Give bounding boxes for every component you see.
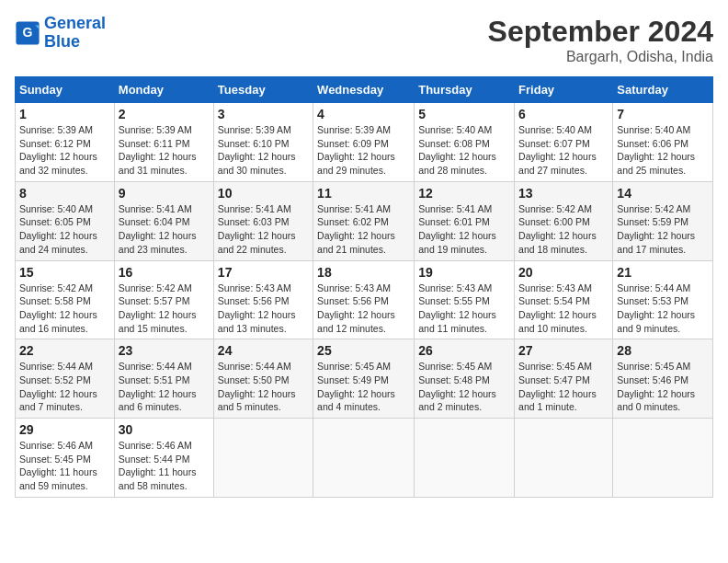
empty-day-cell: [415, 419, 515, 498]
calendar-day-cell: 18Sunrise: 5:43 AM Sunset: 5:56 PM Dayli…: [313, 260, 415, 339]
day-info: Sunrise: 5:42 AM Sunset: 5:59 PM Dayligh…: [617, 202, 709, 257]
calendar-day-cell: 12Sunrise: 5:41 AM Sunset: 6:01 PM Dayli…: [415, 181, 515, 260]
day-info: Sunrise: 5:39 AM Sunset: 6:09 PM Dayligh…: [317, 123, 410, 178]
calendar-day-cell: 2Sunrise: 5:39 AM Sunset: 6:11 PM Daylig…: [114, 103, 213, 182]
calendar-day-cell: 19Sunrise: 5:43 AM Sunset: 5:55 PM Dayli…: [415, 260, 515, 339]
day-number: 5: [418, 107, 510, 121]
day-number: 16: [119, 265, 210, 280]
day-number: 15: [19, 265, 110, 280]
day-info: Sunrise: 5:45 AM Sunset: 5:49 PM Dayligh…: [317, 360, 410, 414]
day-number: 11: [317, 186, 410, 201]
day-number: 17: [218, 265, 309, 280]
calendar-day-cell: 14Sunrise: 5:42 AM Sunset: 5:59 PM Dayli…: [613, 181, 713, 260]
day-info: Sunrise: 5:41 AM Sunset: 6:03 PM Dayligh…: [218, 202, 309, 257]
day-info: Sunrise: 5:42 AM Sunset: 5:58 PM Dayligh…: [19, 282, 110, 336]
calendar-week-row: 29Sunrise: 5:46 AM Sunset: 5:45 PM Dayli…: [16, 419, 713, 498]
day-number: 7: [617, 107, 709, 121]
svg-text:G: G: [23, 25, 33, 40]
day-number: 23: [119, 343, 210, 358]
day-of-week-header: Sunday: [16, 77, 115, 103]
day-number: 18: [317, 265, 410, 280]
logo-line1: General: [44, 14, 106, 32]
calendar-week-row: 22Sunrise: 5:44 AM Sunset: 5:52 PM Dayli…: [16, 339, 713, 419]
calendar-day-cell: 16Sunrise: 5:42 AM Sunset: 5:57 PM Dayli…: [114, 260, 213, 339]
header-row: SundayMondayTuesdayWednesdayThursdayFrid…: [16, 77, 713, 103]
day-of-week-header: Thursday: [415, 77, 515, 103]
day-number: 8: [19, 186, 110, 201]
calendar-day-cell: 10Sunrise: 5:41 AM Sunset: 6:03 PM Dayli…: [213, 181, 313, 260]
day-info: Sunrise: 5:46 AM Sunset: 5:45 PM Dayligh…: [19, 439, 110, 493]
calendar-day-cell: 29Sunrise: 5:46 AM Sunset: 5:45 PM Dayli…: [16, 419, 115, 498]
month-title: September 2024: [488, 15, 713, 49]
logo-text: General Blue: [44, 15, 106, 52]
day-of-week-header: Saturday: [613, 77, 713, 103]
day-number: 14: [617, 186, 709, 201]
day-number: 22: [19, 343, 110, 358]
logo: G General Blue: [15, 15, 106, 52]
calendar-day-cell: 23Sunrise: 5:44 AM Sunset: 5:51 PM Dayli…: [114, 339, 213, 419]
calendar-day-cell: 8Sunrise: 5:40 AM Sunset: 6:05 PM Daylig…: [16, 181, 115, 260]
empty-day-cell: [213, 419, 313, 498]
calendar-day-cell: 28Sunrise: 5:45 AM Sunset: 5:46 PM Dayli…: [613, 339, 713, 419]
day-info: Sunrise: 5:40 AM Sunset: 6:06 PM Dayligh…: [617, 123, 709, 178]
page-header: G General Blue September 2024 Bargarh, O…: [15, 15, 713, 65]
day-number: 28: [617, 343, 709, 358]
empty-day-cell: [613, 419, 713, 498]
day-info: Sunrise: 5:40 AM Sunset: 6:05 PM Dayligh…: [19, 202, 110, 257]
calendar-day-cell: 7Sunrise: 5:40 AM Sunset: 6:06 PM Daylig…: [613, 103, 713, 182]
day-number: 21: [617, 265, 709, 280]
day-info: Sunrise: 5:43 AM Sunset: 5:54 PM Dayligh…: [518, 282, 609, 336]
day-info: Sunrise: 5:43 AM Sunset: 5:55 PM Dayligh…: [418, 282, 510, 336]
calendar-day-cell: 15Sunrise: 5:42 AM Sunset: 5:58 PM Dayli…: [16, 260, 115, 339]
day-number: 29: [19, 422, 110, 437]
day-info: Sunrise: 5:43 AM Sunset: 5:56 PM Dayligh…: [218, 282, 309, 336]
calendar-day-cell: 20Sunrise: 5:43 AM Sunset: 5:54 PM Dayli…: [515, 260, 613, 339]
day-info: Sunrise: 5:43 AM Sunset: 5:56 PM Dayligh…: [317, 282, 410, 336]
calendar-day-cell: 4Sunrise: 5:39 AM Sunset: 6:09 PM Daylig…: [313, 103, 415, 182]
day-info: Sunrise: 5:41 AM Sunset: 6:01 PM Dayligh…: [418, 202, 510, 257]
calendar-week-row: 8Sunrise: 5:40 AM Sunset: 6:05 PM Daylig…: [16, 181, 713, 260]
logo-line2: Blue: [44, 32, 80, 51]
day-info: Sunrise: 5:39 AM Sunset: 6:11 PM Dayligh…: [119, 123, 210, 178]
day-number: 13: [518, 186, 609, 201]
calendar-week-row: 1Sunrise: 5:39 AM Sunset: 6:12 PM Daylig…: [16, 103, 713, 182]
calendar-day-cell: 27Sunrise: 5:45 AM Sunset: 5:47 PM Dayli…: [515, 339, 613, 419]
calendar-day-cell: 1Sunrise: 5:39 AM Sunset: 6:12 PM Daylig…: [16, 103, 115, 182]
day-of-week-header: Friday: [515, 77, 613, 103]
calendar-day-cell: 6Sunrise: 5:40 AM Sunset: 6:07 PM Daylig…: [515, 103, 613, 182]
logo-icon: G: [15, 20, 40, 46]
day-info: Sunrise: 5:39 AM Sunset: 6:10 PM Dayligh…: [218, 123, 309, 178]
calendar-day-cell: 11Sunrise: 5:41 AM Sunset: 6:02 PM Dayli…: [313, 181, 415, 260]
day-number: 25: [317, 343, 410, 358]
calendar-week-row: 15Sunrise: 5:42 AM Sunset: 5:58 PM Dayli…: [16, 260, 713, 339]
calendar-day-cell: 24Sunrise: 5:44 AM Sunset: 5:50 PM Dayli…: [213, 339, 313, 419]
day-info: Sunrise: 5:41 AM Sunset: 6:02 PM Dayligh…: [317, 202, 410, 257]
day-number: 24: [218, 343, 309, 358]
calendar-day-cell: 30Sunrise: 5:46 AM Sunset: 5:44 PM Dayli…: [114, 419, 213, 498]
day-info: Sunrise: 5:39 AM Sunset: 6:12 PM Dayligh…: [19, 123, 110, 178]
calendar-day-cell: 25Sunrise: 5:45 AM Sunset: 5:49 PM Dayli…: [313, 339, 415, 419]
day-info: Sunrise: 5:41 AM Sunset: 6:04 PM Dayligh…: [119, 202, 210, 257]
day-number: 19: [418, 265, 510, 280]
day-info: Sunrise: 5:46 AM Sunset: 5:44 PM Dayligh…: [119, 439, 210, 493]
calendar-day-cell: 21Sunrise: 5:44 AM Sunset: 5:53 PM Dayli…: [613, 260, 713, 339]
day-info: Sunrise: 5:45 AM Sunset: 5:48 PM Dayligh…: [418, 360, 510, 414]
location: Bargarh, Odisha, India: [488, 49, 713, 65]
title-block: September 2024 Bargarh, Odisha, India: [488, 15, 713, 65]
calendar-day-cell: 9Sunrise: 5:41 AM Sunset: 6:04 PM Daylig…: [114, 181, 213, 260]
day-number: 3: [218, 107, 309, 121]
day-info: Sunrise: 5:45 AM Sunset: 5:46 PM Dayligh…: [617, 360, 709, 414]
day-info: Sunrise: 5:44 AM Sunset: 5:50 PM Dayligh…: [218, 360, 309, 414]
calendar-day-cell: 26Sunrise: 5:45 AM Sunset: 5:48 PM Dayli…: [415, 339, 515, 419]
day-number: 9: [119, 186, 210, 201]
day-number: 4: [317, 107, 410, 121]
calendar-day-cell: 22Sunrise: 5:44 AM Sunset: 5:52 PM Dayli…: [16, 339, 115, 419]
day-info: Sunrise: 5:40 AM Sunset: 6:07 PM Dayligh…: [518, 123, 609, 178]
day-of-week-header: Monday: [114, 77, 213, 103]
day-of-week-header: Tuesday: [213, 77, 313, 103]
day-number: 6: [518, 107, 609, 121]
day-info: Sunrise: 5:42 AM Sunset: 5:57 PM Dayligh…: [119, 282, 210, 336]
day-info: Sunrise: 5:45 AM Sunset: 5:47 PM Dayligh…: [518, 360, 609, 414]
day-number: 12: [418, 186, 510, 201]
day-number: 20: [518, 265, 609, 280]
